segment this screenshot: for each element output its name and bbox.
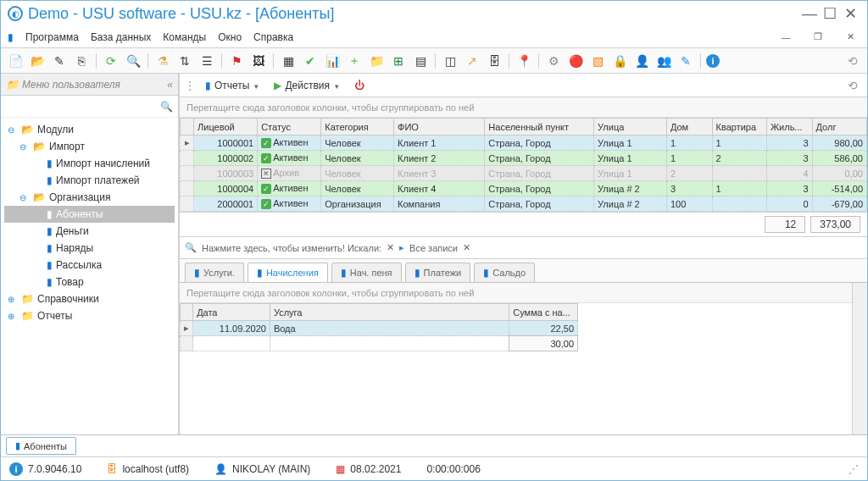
tb-color-icon[interactable]: 🔴 <box>566 52 585 70</box>
filter-all-label[interactable]: Все записи <box>409 243 458 253</box>
col-8[interactable]: Жиль... <box>766 119 812 135</box>
menu-window[interactable]: Окно <box>218 31 242 43</box>
tb-add-icon[interactable]: ＋ <box>345 52 364 70</box>
col-4[interactable]: Населенный пункт <box>485 119 594 135</box>
tb-sync-icon[interactable]: ⟲ <box>843 52 862 70</box>
menu-program[interactable]: Программа <box>25 31 79 43</box>
col-9[interactable]: Долг <box>812 119 866 135</box>
actions-button[interactable]: ▶Действия <box>269 78 344 93</box>
tab-balance[interactable]: ▮Сальдо <box>474 263 535 282</box>
tree-orders[interactable]: ▮Наряды <box>4 240 175 257</box>
tb-gear-icon[interactable]: ⚙ <box>544 52 563 70</box>
tb-group-icon[interactable]: ☰ <box>198 52 216 70</box>
nav-tree: ⊖📂Модули ⊖📂Импорт ▮Импорт начислений ▮Им… <box>1 118 178 434</box>
maximize-button[interactable]: ☐ <box>820 4 840 23</box>
col-service[interactable]: Услуга <box>270 304 509 321</box>
col-5[interactable]: Улица <box>594 119 667 135</box>
col-7[interactable]: Квартира <box>712 119 766 135</box>
col-2[interactable]: Категория <box>321 119 394 135</box>
tb-filter-icon[interactable]: ⚗ <box>153 52 172 70</box>
tree-mailing[interactable]: ▮Рассылка <box>4 257 175 274</box>
tree-organization[interactable]: ⊖📂Организация <box>4 189 175 206</box>
col-0[interactable]: Лицевой <box>194 119 258 135</box>
tab-payments[interactable]: ▮Платежи <box>405 263 471 282</box>
bottom-tab-subscribers[interactable]: ▮Абоненты <box>6 437 76 455</box>
tb-export-icon[interactable]: ↗ <box>463 52 481 70</box>
detail-row[interactable]: ▸ 11.09.2020 Вода 22,50 <box>181 321 578 336</box>
summary-total: 373,00 <box>810 216 860 233</box>
menu-database[interactable]: База данных <box>91 31 151 43</box>
tree-money[interactable]: ▮Деньги <box>4 223 175 240</box>
tb-brush-icon[interactable]: ✎ <box>676 52 695 70</box>
tree-directories[interactable]: ⊕📁Справочники <box>4 290 175 307</box>
tab-penalty[interactable]: ▮Нач. пеня <box>331 263 402 282</box>
detail-group-hint[interactable]: Перетащите сюда заголовок колонки, чтобы… <box>180 283 852 303</box>
tree-import-payments[interactable]: ▮Импорт платежей <box>4 172 175 189</box>
filter-all-clear-icon[interactable]: ✕ <box>463 242 470 253</box>
tb-db-icon[interactable]: 🗄 <box>485 52 504 70</box>
tb-rss-icon[interactable]: ▧ <box>588 52 607 70</box>
tree-modules[interactable]: ⊖📂Модули <box>4 121 175 138</box>
tb-refresh-icon[interactable]: ⟳ <box>102 52 120 70</box>
grid-sync-icon[interactable]: ⟲ <box>843 76 862 95</box>
tb-excel-icon[interactable]: ⊞ <box>389 52 408 70</box>
tree-goods[interactable]: ▮Товар <box>4 274 175 290</box>
detail-grid[interactable]: Перетащите сюда заголовок колонки, чтобы… <box>180 283 852 434</box>
filter-bar[interactable]: 🔍 Нажмите здесь, чтобы изменить! Искали:… <box>180 237 867 259</box>
table-row[interactable]: 2000001✓АктивенОрганизацияКомпанияСтрана… <box>181 196 867 212</box>
resize-grip-icon[interactable]: ⋰ <box>849 463 859 475</box>
tab-charges[interactable]: ▮Начисления <box>248 263 328 282</box>
power-button[interactable]: ⏻ <box>349 78 370 93</box>
reports-button[interactable]: ▮Отчеты <box>200 78 264 93</box>
mdi-restore-button[interactable]: ❐ <box>808 31 828 42</box>
tb-grid-icon[interactable]: ▤ <box>411 52 430 70</box>
status-info-icon[interactable]: i <box>9 462 23 476</box>
main-grid[interactable]: ЛицевойСтатусКатегорияФИОНаселенный пунк… <box>180 118 867 212</box>
filter-clear-icon[interactable]: ✕ <box>387 242 394 253</box>
tb-open-icon[interactable]: 📂 <box>28 52 47 70</box>
tb-flag-icon[interactable]: ⚑ <box>227 52 246 70</box>
mdi-minimize-button[interactable]: — <box>776 32 796 42</box>
tab-services[interactable]: ▮Услуги. <box>185 263 244 282</box>
col-6[interactable]: Дом <box>666 119 712 135</box>
tree-subscribers[interactable]: ▮Абоненты <box>4 206 175 223</box>
col-sum[interactable]: Сумма с на... <box>509 304 578 321</box>
group-hint[interactable]: Перетащите сюда заголовок колонки, чтобы… <box>180 97 867 118</box>
tb-sort-icon[interactable]: ⇅ <box>175 52 194 70</box>
tb-window-icon[interactable]: ◫ <box>441 52 459 70</box>
table-row[interactable]: 1000004✓АктивенЧеловекКлиент 4Страна, Го… <box>181 181 867 196</box>
tb-copy-icon[interactable]: ⎘ <box>72 52 91 70</box>
tb-info-icon[interactable]: i <box>706 54 720 68</box>
tb-folder-icon[interactable]: 📁 <box>367 52 386 70</box>
tree-reports[interactable]: ⊕📁Отчеты <box>4 307 175 324</box>
col-date[interactable]: Дата <box>193 304 270 321</box>
table-row[interactable]: ▸1000001✓АктивенЧеловекКлиент 1Страна, Г… <box>181 135 867 151</box>
table-row[interactable]: 1000002✓АктивенЧеловекКлиент 2Страна, Го… <box>181 151 867 166</box>
tb-search-icon[interactable]: 🔍 <box>124 52 142 70</box>
status-active-icon: ✓ <box>261 153 271 163</box>
tb-new-icon[interactable]: 📄 <box>6 52 25 70</box>
tb-lock-icon[interactable]: 🔒 <box>610 52 629 70</box>
table-row[interactable]: 1000003✕АрхивЧеловекКлиент 3Страна, Горо… <box>181 166 867 181</box>
detail-scrollbar[interactable] <box>852 283 867 434</box>
sidebar-search[interactable]: 🔍 <box>1 96 178 118</box>
menu-commands[interactable]: Команды <box>163 31 206 43</box>
tree-import-charges[interactable]: ▮Импорт начислений <box>4 155 175 172</box>
sidebar-collapse-icon[interactable]: « <box>167 79 173 91</box>
mdi-close-button[interactable]: ✕ <box>840 31 860 42</box>
tb-table-icon[interactable]: ▦ <box>279 52 298 70</box>
tb-user-icon[interactable]: 👤 <box>632 52 651 70</box>
tb-chart-icon[interactable]: 📊 <box>323 52 342 70</box>
col-1[interactable]: Статус <box>258 119 321 135</box>
tree-import[interactable]: ⊖📂Импорт <box>4 138 175 155</box>
menu-help[interactable]: Справка <box>253 31 293 43</box>
col-3[interactable]: ФИО <box>394 119 485 135</box>
tb-image-icon[interactable]: 🖼 <box>249 52 268 70</box>
tb-users-icon[interactable]: 👥 <box>654 52 673 70</box>
tb-edit-icon[interactable]: ✎ <box>50 52 69 70</box>
sidebar-header: 📁 Меню пользователя « <box>1 74 178 96</box>
tb-check-icon[interactable]: ✔ <box>301 52 320 70</box>
tb-pin-icon[interactable]: 📍 <box>515 52 533 70</box>
close-button[interactable]: ✕ <box>840 4 860 23</box>
minimize-button[interactable]: — <box>799 5 820 23</box>
